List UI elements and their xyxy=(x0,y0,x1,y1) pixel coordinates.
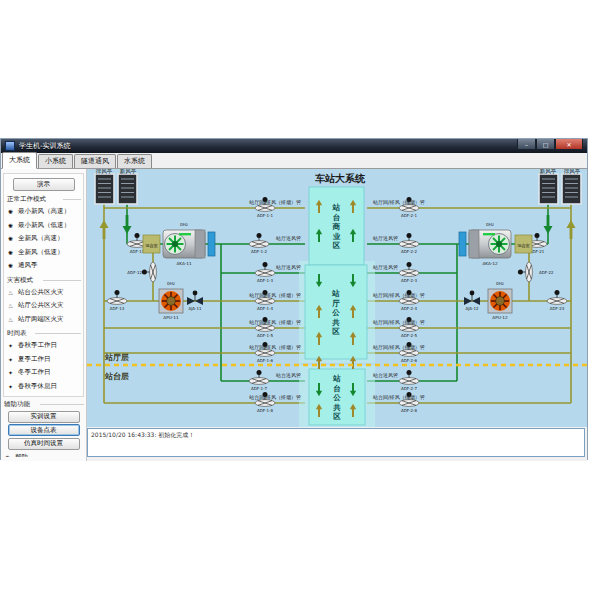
schedule-spring-autumn-rest[interactable]: ✦春秋季休息日 xyxy=(4,380,83,394)
svg-text:站厅回/排风（排烟）管: 站厅回/排风（排烟）管 xyxy=(249,344,301,351)
mode-vent-season[interactable]: ✺通风季 xyxy=(4,259,83,273)
left-trunk-damper[interactable] xyxy=(107,290,127,305)
mode-hall-fire[interactable]: ♨站厅公共区火灾 xyxy=(4,299,83,313)
mode-hall-ends-fire[interactable]: ♨站厅两端区火灾 xyxy=(4,313,83,327)
fresh-down-arrow xyxy=(544,215,553,234)
svg-text:站厅送风管: 站厅送风管 xyxy=(373,235,398,242)
damper[interactable] xyxy=(399,370,419,385)
svg-text:ADF-2-3: ADF-2-3 xyxy=(401,278,418,283)
zone-middle-label: 站厅公共区 xyxy=(331,289,340,336)
fan-icon: ✺ xyxy=(8,235,16,242)
damper[interactable] xyxy=(249,233,269,248)
right-radial-fan[interactable] xyxy=(488,289,512,313)
tab-tunnel-vent[interactable]: 隧道通风 xyxy=(74,154,116,168)
tower-label: 排风亭 xyxy=(564,169,581,174)
section-aux: 辅助功能 xyxy=(4,400,86,409)
device-point-table-button[interactable]: 设备点表 xyxy=(8,424,80,436)
svg-text:站厅回/排风（排烟）管: 站厅回/排风（排烟）管 xyxy=(373,344,425,351)
left-butterfly-valve[interactable] xyxy=(187,291,203,305)
svg-text:ADF-1-5: ADF-1-5 xyxy=(257,333,274,338)
right-silencer xyxy=(459,232,466,256)
log-entry: 2015/10/20 16:43:33: 初始化完成！ xyxy=(91,431,194,438)
right-trunk-damper[interactable] xyxy=(547,290,567,305)
freq-label: 0Hz xyxy=(167,281,176,286)
ahu-label: AKA-12 xyxy=(482,261,497,266)
svg-text:站厅送风管: 站厅送风管 xyxy=(276,264,301,271)
svg-text:ADF-2-8: ADF-2-8 xyxy=(401,408,418,413)
mix-box-label: 混合室 xyxy=(517,243,530,248)
exhaust-up-arrow xyxy=(100,220,109,239)
tab-small-system[interactable]: 小系统 xyxy=(38,154,73,168)
valve-label: AJA-12 xyxy=(465,306,478,311)
fire-icon: ♨ xyxy=(8,289,16,296)
svg-text:站厅回/排风（排烟）管: 站厅回/排风（排烟）管 xyxy=(249,199,301,206)
window-title: 学生机-实训系统 xyxy=(19,139,71,153)
freq-label: 0Hz xyxy=(180,222,189,227)
damper-label: ADF-12 xyxy=(127,270,142,275)
sim-time-settings-button[interactable]: 仿真时间设置 xyxy=(8,438,80,450)
svg-text:站厅回/排风（排烟）管: 站厅回/排风（排烟）管 xyxy=(249,319,301,326)
svg-text:ADF-2-4: ADF-2-4 xyxy=(401,306,418,311)
svg-text:站厅回/排风（排烟）管: 站厅回/排风（排烟）管 xyxy=(373,199,425,206)
svg-text:站台回/排风（排烟）管: 站台回/排风（排烟）管 xyxy=(249,394,301,401)
section-normal-modes: 正常工作模式 xyxy=(7,195,83,204)
tower-label: 新风亭 xyxy=(540,169,557,174)
clipped-sidebar-item[interactable]: ✺帮助 xyxy=(1,451,86,457)
fan-icon: ✺ xyxy=(8,262,16,269)
fan-label: APU-11 xyxy=(163,315,179,320)
schedule-winter-workday[interactable]: ✦冬季工作日 xyxy=(4,366,83,380)
section-timetable: 时间表 xyxy=(7,329,83,338)
left-radial-fan[interactable] xyxy=(159,289,183,313)
demo-button[interactable]: 演示 xyxy=(13,178,75,191)
damper-label: ADF-11 xyxy=(130,249,145,254)
event-log: 2015/10/20 16:43:33: 初始化完成！ xyxy=(87,428,585,457)
right-vertical-damper[interactable] xyxy=(518,262,533,282)
mode-full-fresh-low[interactable]: ✺全新风（低速） xyxy=(4,246,83,260)
svg-text:ADF-1-8: ADF-1-8 xyxy=(257,408,274,413)
clock-icon: ✦ xyxy=(8,356,16,363)
damper[interactable] xyxy=(255,262,275,277)
training-settings-button[interactable]: 实训设置 xyxy=(8,411,80,423)
schedule-summer-workday[interactable]: ✦夏季工作日 xyxy=(4,353,83,367)
mode-platform-fire[interactable]: ♨站台公共区火灾 xyxy=(4,286,83,300)
floor-lower-label: 站台层 xyxy=(104,371,129,381)
right-butterfly-valve[interactable] xyxy=(464,291,480,305)
tab-strip: 大系统 小系统 隧道通风 水系统 xyxy=(1,153,587,169)
svg-text:站厅回/排风（排烟）管: 站厅回/排风（排烟）管 xyxy=(373,292,425,299)
close-button[interactable]: ✕ xyxy=(555,139,583,150)
svg-text:站厅送风管: 站厅送风管 xyxy=(373,264,398,271)
fan-icon: ✺ xyxy=(8,222,16,229)
left-ahu-fan[interactable] xyxy=(163,230,205,258)
mode-min-fresh-high[interactable]: ✺最小新风（高速） xyxy=(4,205,83,219)
exhaust-pavilion xyxy=(562,174,581,204)
clock-icon: ✦ xyxy=(8,369,16,376)
damper[interactable] xyxy=(399,233,419,248)
right-ahu-fan[interactable] xyxy=(469,230,511,258)
title-bar: 学生机-实训系统 – □ ✕ xyxy=(1,139,587,153)
sidebar: 演示 正常工作模式 ✺最小新风（高速） ✺最小新风（低速） ✺全新风（高速） ✺… xyxy=(1,169,87,461)
fire-icon: ♨ xyxy=(8,302,16,309)
svg-text:ADF-2-1: ADF-2-1 xyxy=(401,213,418,218)
schedule-spring-autumn-workday[interactable]: ✦春秋季工作日 xyxy=(4,339,83,353)
hmi-canvas: 站台商业区 站厅公共区 站台公共区 车站大系统 站厅层 xyxy=(87,169,587,427)
svg-text:ADF-2-7: ADF-2-7 xyxy=(401,386,418,391)
mode-full-fresh-high[interactable]: ✺全新风（高速） xyxy=(4,232,83,246)
damper-label: ADF-13 xyxy=(110,306,125,311)
right-line-dampers: ADF-2-1 ADF-2-2 ADF-2-3 ADF-2-4 ADF-2-5 … xyxy=(399,197,419,413)
tab-water-system[interactable]: 水系统 xyxy=(117,154,152,168)
svg-text:ADF-2-6: ADF-2-6 xyxy=(401,358,418,363)
fan-icon: ✺ xyxy=(8,208,16,215)
fan-label: APU-12 xyxy=(492,315,508,320)
damper[interactable] xyxy=(399,262,419,277)
left-vertical-damper[interactable] xyxy=(142,262,157,282)
mode-min-fresh-low[interactable]: ✺最小新风（低速） xyxy=(4,219,83,233)
maximize-button[interactable]: □ xyxy=(536,139,555,150)
minimize-button[interactable]: – xyxy=(517,139,536,150)
tab-big-system[interactable]: 大系统 xyxy=(2,152,37,169)
clock-icon: ✦ xyxy=(8,342,16,349)
fresh-down-arrow xyxy=(123,215,132,234)
tower-label: 排风亭 xyxy=(96,169,113,174)
svg-text:站台送风管: 站台送风管 xyxy=(276,372,301,379)
damper[interactable] xyxy=(249,370,269,385)
fan-icon: ✺ xyxy=(8,249,16,256)
